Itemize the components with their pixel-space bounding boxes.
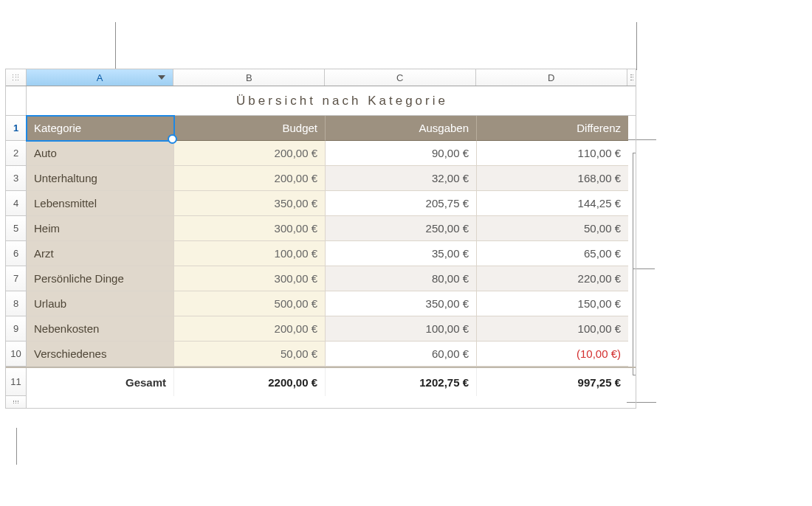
table-row: 3Unterhaltung200,00 €32,00 €168,00 € (6, 166, 636, 191)
cell-c[interactable]: 80,00 € (326, 266, 477, 291)
cell-a[interactable]: Urlaub (27, 291, 174, 316)
cell-value: 90,00 € (432, 147, 469, 159)
column-header-label: A (97, 72, 103, 83)
dropdown-icon[interactable] (158, 75, 165, 80)
cell-d[interactable]: 65,00 € (477, 241, 628, 266)
header-row: 1 Kategorie Budget Ausgaben Differenz (6, 116, 636, 141)
drag-handle-icon (630, 74, 633, 81)
cell-c1[interactable]: Ausgaben (326, 116, 477, 141)
cell-value: Heim (34, 222, 60, 235)
cell-b[interactable]: 350,00 € (174, 191, 326, 216)
cell-d[interactable]: 220,00 € (477, 266, 628, 291)
table-row: 6Arzt100,00 €35,00 €65,00 € (6, 241, 636, 266)
row-number[interactable]: 11 (6, 368, 27, 396)
header-kategorie: Kategorie (34, 122, 81, 134)
cell-value: Auto (34, 147, 57, 159)
cell-a[interactable]: Verschiedenes (27, 342, 174, 367)
cell-d[interactable]: 144,25 € (477, 191, 628, 216)
cell-d[interactable]: 100,00 € (477, 316, 628, 342)
cell-a[interactable]: Arzt (27, 241, 174, 266)
table-row: 7Persönliche Dinge300,00 €80,00 €220,00 … (6, 266, 636, 291)
cell-b[interactable]: 100,00 € (174, 241, 326, 266)
cell-value: 150,00 € (578, 297, 621, 310)
row-number[interactable]: 1 (6, 116, 27, 141)
table-row: 8Urlaub500,00 €350,00 €150,00 € (6, 291, 636, 316)
table-row: 4Lebensmittel350,00 €205,75 €144,25 € (6, 191, 636, 216)
cell-a[interactable]: Unterhaltung (27, 166, 174, 191)
cell-b[interactable]: 200,00 € (174, 166, 326, 191)
cell-b[interactable]: 50,00 € (174, 342, 326, 367)
row-number[interactable]: 5 (6, 216, 27, 241)
cell-value: 35,00 € (432, 247, 469, 260)
cell-b[interactable]: 300,00 € (174, 266, 326, 291)
cell-c[interactable]: 60,00 € (326, 342, 477, 367)
row-number[interactable]: 9 (6, 316, 27, 342)
cell-a[interactable]: Persönliche Dinge (27, 266, 174, 291)
cell-d[interactable]: 168,00 € (477, 166, 628, 191)
row-number[interactable]: 8 (6, 291, 27, 316)
row-number[interactable]: 3 (6, 166, 27, 191)
cell-d[interactable]: 150,00 € (477, 291, 628, 316)
cell-c[interactable]: 205,75 € (326, 191, 477, 216)
footer-budget-cell[interactable]: 2200,00 € (174, 368, 326, 396)
add-row-handle-bar (6, 396, 636, 408)
footer-label: Gesamt (125, 376, 166, 389)
cell-a1[interactable]: Kategorie (27, 116, 174, 141)
table-row: 2Auto200,00 €90,00 €110,00 € (6, 141, 636, 166)
cell-b[interactable]: 300,00 € (174, 216, 326, 241)
cell-value: 100,00 € (275, 247, 317, 260)
cell-value: 200,00 € (275, 172, 317, 184)
cell-value: Arzt (34, 247, 54, 260)
table-corner-handle[interactable] (6, 69, 27, 86)
header-ausgaben: Ausgaben (419, 122, 469, 134)
cell-b[interactable]: 500,00 € (174, 291, 326, 316)
column-header-d[interactable]: D (476, 69, 627, 86)
cell-c[interactable]: 350,00 € (326, 291, 477, 316)
cell-value: 65,00 € (584, 247, 621, 260)
drag-handle-icon (12, 74, 19, 81)
cell-value: 168,00 € (578, 172, 621, 184)
footer-differenz-cell[interactable]: 997,25 € (477, 368, 628, 396)
column-header-label: B (246, 72, 252, 83)
cell-c[interactable]: 32,00 € (326, 166, 477, 191)
cell-d[interactable]: 50,00 € (477, 216, 628, 241)
row-number[interactable]: 7 (6, 266, 27, 291)
cell-c[interactable]: 90,00 € (326, 141, 477, 166)
header-budget: Budget (282, 122, 317, 134)
table-title-cell[interactable]: Übersicht nach Kategorie (27, 86, 636, 115)
cell-value: Nebenkosten (34, 322, 99, 335)
column-header-c[interactable]: C (325, 69, 476, 86)
cell-b[interactable]: 200,00 € (174, 141, 326, 166)
cell-a[interactable]: Heim (27, 216, 174, 241)
footer-value: 1202,75 € (419, 376, 469, 389)
cell-value: 110,00 € (578, 147, 621, 159)
row-number[interactable]: 4 (6, 191, 27, 216)
cell-value: 50,00 € (584, 222, 621, 235)
row-number[interactable]: 6 (6, 241, 27, 266)
cell-c[interactable]: 35,00 € (326, 241, 477, 266)
cell-a[interactable]: Nebenkosten (27, 316, 174, 342)
cell-c[interactable]: 250,00 € (326, 216, 477, 241)
cell-value: 350,00 € (275, 197, 317, 209)
footer-label-cell[interactable]: Gesamt (27, 368, 174, 396)
add-row-handle[interactable] (6, 396, 27, 408)
cell-value: 100,00 € (426, 322, 469, 335)
add-column-handle[interactable] (627, 69, 636, 86)
callout-line (16, 428, 17, 465)
cell-value: 500,00 € (275, 297, 317, 310)
cell-a[interactable]: Lebensmittel (27, 191, 174, 216)
cell-c[interactable]: 100,00 € (326, 316, 477, 342)
cell-b[interactable]: 200,00 € (174, 316, 326, 342)
footer-ausgaben-cell[interactable]: 1202,75 € (326, 368, 477, 396)
cell-b1[interactable]: Budget (174, 116, 326, 141)
column-header-b[interactable]: B (173, 69, 325, 86)
column-header-a[interactable]: A (27, 69, 174, 86)
cell-a[interactable]: Auto (27, 141, 174, 166)
cell-value: 50,00 € (281, 347, 317, 360)
table-title-row: Übersicht nach Kategorie (6, 86, 636, 116)
cell-d1[interactable]: Differenz (477, 116, 628, 141)
cell-d[interactable]: (10,00 €) (477, 342, 628, 367)
row-number[interactable]: 10 (6, 342, 27, 367)
cell-d[interactable]: 110,00 € (477, 141, 628, 166)
row-number[interactable]: 2 (6, 141, 27, 166)
